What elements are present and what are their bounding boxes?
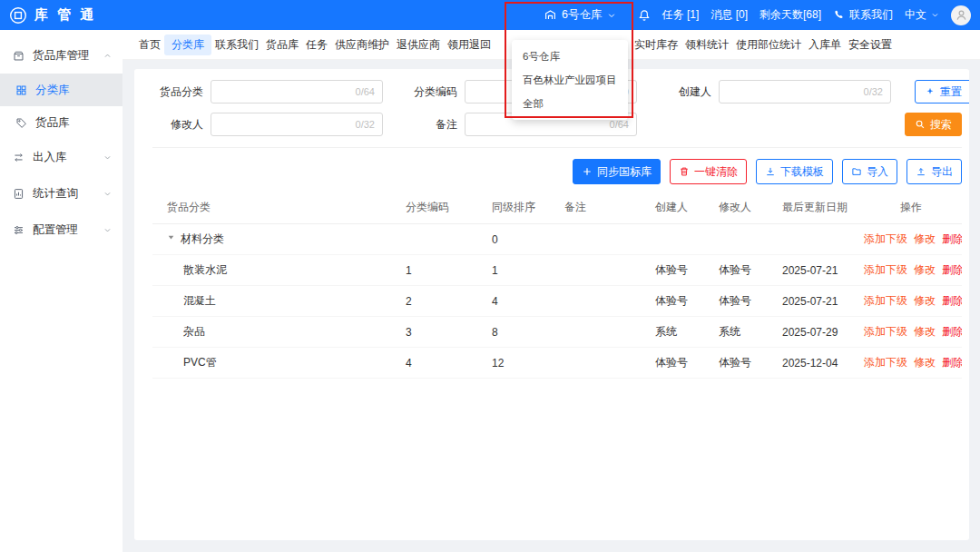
sidebar-group-config[interactable]: 配置管理: [0, 212, 122, 248]
brand: 库 管 通: [9, 6, 96, 25]
sidebar-group-inout[interactable]: 出入库: [0, 139, 122, 175]
modifier-input[interactable]: [219, 118, 350, 131]
tab-usage-position-stats[interactable]: 使用部位统计: [732, 34, 805, 55]
sidebar-item-category-lib[interactable]: 分类库: [0, 74, 122, 106]
category-name: 材料分类: [181, 232, 224, 245]
tab-supplier-maintain[interactable]: 供应商维护: [331, 34, 393, 55]
content-card: 货品分类 0/64 分类编码 0/20 创建: [134, 69, 969, 540]
col-header-name: 货品分类: [152, 192, 402, 224]
sidebar-group-label: 出入库: [33, 150, 103, 165]
creator-input[interactable]: [727, 85, 858, 98]
clear-label: 一键清除: [694, 164, 738, 180]
sidebar-item-goods-lib[interactable]: 货品库: [0, 106, 122, 139]
search-icon: [915, 119, 926, 130]
warehouse-label: 6号仓库: [562, 7, 602, 23]
cell-updated: [779, 224, 860, 255]
tab-realtime-stock[interactable]: 实时库存: [631, 34, 681, 55]
edit-link[interactable]: 修改: [914, 263, 936, 276]
edit-link[interactable]: 修改: [914, 232, 936, 245]
cell-ops: 添加下级修改删除: [860, 286, 962, 317]
cell-order: 12: [488, 348, 561, 379]
sidebar-group-stats[interactable]: 统计查询: [0, 175, 122, 212]
cell-updated: 2025-07-21: [779, 255, 860, 286]
language-selector[interactable]: 中文: [905, 7, 939, 23]
sidebar-item-label: 货品库: [35, 115, 70, 131]
field-label: 修改人: [152, 117, 203, 133]
reset-icon: [925, 86, 936, 97]
import-button[interactable]: 导入: [842, 159, 897, 184]
note-input[interactable]: [473, 118, 604, 131]
cell-creator: [652, 224, 715, 255]
category-input[interactable]: [219, 85, 350, 98]
warehouse-selector[interactable]: 6号仓库: [544, 0, 616, 30]
tasks-link[interactable]: 任务 [1]: [662, 7, 700, 23]
char-counter: 0/64: [610, 119, 629, 130]
delete-link[interactable]: 删除: [942, 263, 962, 276]
cell-ops: 添加下级修改删除: [860, 317, 962, 348]
reset-button[interactable]: 重置: [915, 80, 969, 104]
sliders-icon: [13, 224, 24, 236]
sidebar-item-label: 分类库: [35, 83, 70, 98]
tab-goods-lib[interactable]: 货品库: [262, 34, 302, 55]
cell-modifier: 体验号: [715, 255, 779, 286]
cell-modifier: 体验号: [715, 348, 779, 379]
cell-name: 杂品: [152, 317, 402, 348]
col-header-modifier: 修改人: [715, 192, 779, 224]
sync-national-lib-button[interactable]: 同步国标库: [573, 159, 661, 184]
expand-caret-icon[interactable]: [167, 233, 175, 242]
search-button[interactable]: 搜索: [905, 113, 962, 136]
delete-link[interactable]: 删除: [942, 232, 962, 245]
col-header-code: 分类编码: [402, 192, 488, 224]
add-child-link[interactable]: 添加下级: [864, 294, 907, 307]
export-label: 导出: [931, 164, 953, 180]
char-counter: 0/64: [356, 86, 375, 97]
add-child-link[interactable]: 添加下级: [864, 232, 907, 245]
download-icon: [765, 166, 776, 177]
bell-icon[interactable]: [638, 9, 651, 22]
contact-link[interactable]: 联系我们: [833, 7, 893, 23]
export-icon: [916, 166, 926, 177]
clear-all-button[interactable]: 一键清除: [670, 159, 747, 184]
col-header-order: 同级排序: [488, 192, 561, 224]
table-actions: 同步国标库 一键清除 下载模板: [152, 159, 962, 184]
avatar[interactable]: [951, 5, 971, 25]
delete-link[interactable]: 删除: [942, 356, 962, 369]
tab-home[interactable]: 首页: [135, 34, 164, 55]
messages-link[interactable]: 消息 [0]: [710, 7, 748, 23]
tab-contact[interactable]: 联系我们: [211, 34, 262, 55]
download-template-button[interactable]: 下载模板: [756, 159, 833, 184]
col-header-note: 备注: [561, 192, 652, 224]
contact-label: 联系我们: [849, 7, 893, 23]
cell-modifier: [715, 224, 779, 255]
edit-link[interactable]: 修改: [914, 356, 936, 369]
add-child-link[interactable]: 添加下级: [864, 263, 907, 276]
tab-tasks[interactable]: 任务: [302, 34, 331, 55]
cell-name: 混凝土: [152, 286, 402, 317]
delete-link[interactable]: 删除: [942, 294, 962, 307]
edit-link[interactable]: 修改: [914, 294, 936, 307]
cell-creator: 体验号: [652, 286, 715, 317]
sidebar: 货品库管理 分类库 货品库: [0, 30, 122, 552]
dropdown-item-warehouse-6[interactable]: 6号仓库: [512, 44, 628, 68]
tab-category-lib[interactable]: 分类库: [164, 34, 211, 55]
tab-return-supplier[interactable]: 退供应商: [393, 34, 444, 55]
tab-material-stats[interactable]: 领料统计: [681, 34, 732, 55]
table-row: 杂品 3 8 系统 系统 2025-07-29 添加下级修改删除: [152, 317, 962, 348]
add-child-link[interactable]: 添加下级: [864, 325, 907, 338]
tab-requisition-return[interactable]: 领用退回: [444, 34, 495, 55]
dropdown-item-all[interactable]: 全部: [512, 92, 628, 115]
tab-inbound-order[interactable]: 入库单: [805, 34, 845, 55]
trash-icon: [679, 166, 690, 177]
cell-creator: 体验号: [652, 255, 715, 286]
export-button[interactable]: 导出: [906, 159, 962, 184]
sidebar-group-products[interactable]: 货品库管理: [0, 37, 122, 74]
table-row: 材料分类 0 添加下级修改删除: [152, 224, 962, 255]
language-label: 中文: [905, 7, 926, 23]
category-table: 货品分类 分类编码 同级排序 备注 创建人 修改人 最后更新日期 操作 材料分类: [152, 192, 962, 379]
chevron-down-icon: [607, 11, 616, 20]
edit-link[interactable]: 修改: [914, 325, 936, 338]
delete-link[interactable]: 删除: [942, 325, 962, 338]
tab-security-settings[interactable]: 安全设置: [845, 34, 896, 55]
add-child-link[interactable]: 添加下级: [864, 356, 907, 369]
dropdown-item-baise-project[interactable]: 百色林业产业园项目: [512, 68, 628, 92]
